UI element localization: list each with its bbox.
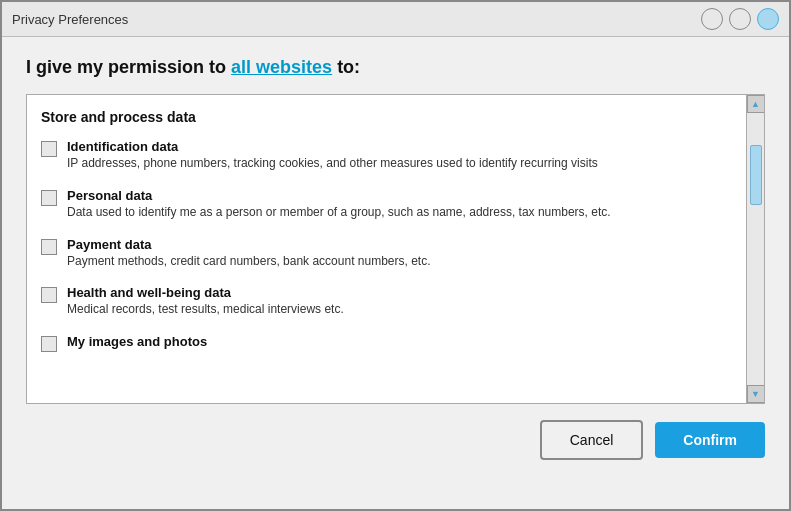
- section-title: Store and process data: [41, 109, 732, 125]
- personal-item-text: Personal data Data used to identify me a…: [67, 188, 611, 221]
- health-item-text: Health and well-being data Medical recor…: [67, 285, 344, 318]
- identification-checkbox[interactable]: [41, 141, 57, 157]
- button-row: Cancel Confirm: [26, 404, 765, 460]
- heading-suffix: to:: [332, 57, 360, 77]
- maximize-button[interactable]: [729, 8, 751, 30]
- payment-desc: Payment methods, credit card numbers, ba…: [67, 253, 431, 270]
- minimize-button[interactable]: [701, 8, 723, 30]
- window-title: Privacy Preferences: [12, 12, 128, 27]
- all-websites-link[interactable]: all websites: [231, 57, 332, 77]
- scroll-track: [747, 113, 764, 385]
- personal-checkbox[interactable]: [41, 190, 57, 206]
- images-item-text: My images and photos: [67, 334, 207, 349]
- data-list-container: Store and process data Identification da…: [26, 94, 765, 404]
- list-item: Personal data Data used to identify me a…: [41, 188, 732, 221]
- personal-title: Personal data: [67, 188, 611, 203]
- scrollbar: ▲ ▼: [746, 95, 764, 403]
- payment-item-text: Payment data Payment methods, credit car…: [67, 237, 431, 270]
- list-item: My images and photos: [41, 334, 732, 352]
- identification-title: Identification data: [67, 139, 598, 154]
- scroll-up-arrow[interactable]: ▲: [747, 95, 765, 113]
- health-desc: Medical records, test results, medical i…: [67, 301, 344, 318]
- permission-heading: I give my permission to all websites to:: [26, 57, 765, 78]
- identification-item-text: Identification data IP addresses, phone …: [67, 139, 598, 172]
- images-checkbox[interactable]: [41, 336, 57, 352]
- images-title: My images and photos: [67, 334, 207, 349]
- window-content: I give my permission to all websites to:…: [2, 37, 789, 509]
- scroll-thumb[interactable]: [750, 145, 762, 205]
- identification-desc: IP addresses, phone numbers, tracking co…: [67, 155, 598, 172]
- window-controls: [701, 8, 779, 30]
- close-button[interactable]: [757, 8, 779, 30]
- privacy-preferences-dialog: Privacy Preferences I give my permission…: [0, 0, 791, 511]
- list-item: Health and well-being data Medical recor…: [41, 285, 732, 318]
- title-bar: Privacy Preferences: [2, 2, 789, 37]
- scroll-down-arrow[interactable]: ▼: [747, 385, 765, 403]
- list-item: Payment data Payment methods, credit car…: [41, 237, 732, 270]
- health-title: Health and well-being data: [67, 285, 344, 300]
- health-checkbox[interactable]: [41, 287, 57, 303]
- payment-checkbox[interactable]: [41, 239, 57, 255]
- cancel-button[interactable]: Cancel: [540, 420, 644, 460]
- list-item: Identification data IP addresses, phone …: [41, 139, 732, 172]
- payment-title: Payment data: [67, 237, 431, 252]
- confirm-button[interactable]: Confirm: [655, 422, 765, 458]
- personal-desc: Data used to identify me as a person or …: [67, 204, 611, 221]
- scroll-content: Store and process data Identification da…: [27, 95, 746, 403]
- heading-prefix: I give my permission to: [26, 57, 231, 77]
